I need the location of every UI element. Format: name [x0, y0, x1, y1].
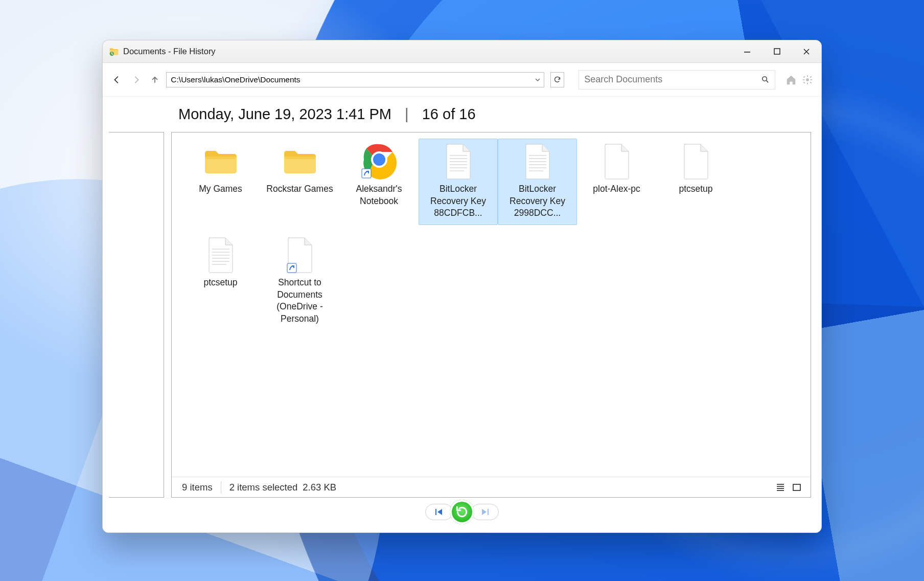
file-label: ptcsetup [203, 277, 237, 289]
shortcut-file-icon [278, 237, 322, 274]
blank-file-icon [594, 143, 639, 180]
version-timestamp: Monday, June 19, 2023 1:41 PM [178, 106, 391, 122]
svg-rect-16 [362, 169, 371, 178]
content-panel: My Games Rockstar Games Aleksandr's Note… [171, 132, 811, 498]
svg-rect-6 [807, 82, 808, 84]
minimize-button[interactable] [732, 40, 762, 63]
svg-rect-10 [810, 76, 812, 78]
separator: | [405, 106, 409, 122]
prev-pill [425, 504, 453, 520]
restore-button[interactable] [450, 500, 474, 524]
text-file-icon [198, 237, 243, 274]
address-dropdown[interactable] [532, 73, 544, 87]
svg-rect-8 [811, 79, 813, 80]
svg-point-4 [806, 78, 809, 81]
refresh-button[interactable] [550, 72, 564, 87]
svg-rect-9 [803, 76, 805, 78]
file-item[interactable]: My Games [181, 139, 260, 225]
text-file-icon [436, 143, 481, 180]
next-pill [471, 504, 499, 520]
forward-button[interactable] [129, 72, 144, 87]
folder-icon [278, 143, 322, 180]
chrome-shortcut-icon [357, 143, 402, 180]
playback-controls [103, 503, 821, 532]
blank-file-icon [674, 143, 719, 180]
file-item[interactable]: Aleksandr's Notebook [339, 139, 419, 225]
titlebar[interactable]: Documents - File History [103, 40, 821, 63]
svg-rect-2 [774, 49, 780, 54]
file-item[interactable]: BitLocker Recovery Key 2998DCC... [498, 139, 577, 225]
file-label: Shortcut to Documents (OneDrive - Person… [263, 277, 337, 325]
items-count: 9 items [182, 482, 213, 493]
view-toggles [774, 481, 803, 494]
toolbar [103, 63, 821, 97]
file-item[interactable]: ptcsetup [656, 139, 735, 225]
folder-icon [198, 143, 243, 180]
text-file-icon [515, 143, 560, 180]
version-index: 16 of 16 [422, 106, 476, 122]
gear-icon[interactable] [801, 73, 814, 86]
file-item[interactable]: Rockstar Games [260, 139, 339, 225]
file-label: Aleksandr's Notebook [342, 183, 416, 207]
file-label: plot-Alex-pc [593, 183, 640, 195]
search-input[interactable] [584, 74, 761, 85]
svg-rect-7 [803, 79, 805, 80]
up-button[interactable] [148, 72, 163, 87]
svg-rect-12 [810, 81, 812, 83]
file-item[interactable]: BitLocker Recovery Key 88CDFCB... [419, 139, 498, 225]
file-label: BitLocker Recovery Key 2998DCC... [500, 183, 574, 219]
file-label: My Games [199, 183, 242, 195]
items-view[interactable]: My Games Rockstar Games Aleksandr's Note… [172, 132, 811, 477]
back-button[interactable] [110, 72, 125, 87]
home-icon[interactable] [784, 73, 798, 86]
file-label: ptcsetup [679, 183, 712, 195]
maximize-button[interactable] [762, 40, 792, 63]
selection-size: 2.63 KB [303, 482, 336, 493]
window-controls [732, 40, 821, 63]
body: My Games Rockstar Games Aleksandr's Note… [103, 127, 821, 503]
previous-version-button[interactable] [426, 504, 452, 520]
file-history-app-icon [109, 47, 119, 57]
status-bar: 9 items 2 items selected 2.63 KB [172, 477, 811, 497]
svg-rect-5 [807, 75, 808, 77]
file-item[interactable]: plot-Alex-pc [577, 139, 656, 225]
svg-rect-1 [744, 52, 750, 53]
address-input[interactable] [167, 73, 532, 87]
file-label: BitLocker Recovery Key 88CDFCB... [421, 183, 495, 219]
svg-rect-41 [435, 509, 436, 515]
file-item[interactable]: Shortcut to Documents (OneDrive - Person… [260, 232, 339, 331]
svg-rect-40 [793, 484, 800, 490]
file-history-window: Documents - File History [102, 40, 822, 533]
file-label: Rockstar Games [266, 183, 333, 195]
next-version-button[interactable] [472, 504, 498, 520]
search-box[interactable] [579, 70, 775, 90]
search-icon[interactable] [761, 75, 770, 84]
file-item[interactable]: ptcsetup [181, 232, 260, 331]
svg-rect-42 [488, 509, 489, 515]
version-header: Monday, June 19, 2023 1:41 PM | 16 of 16 [103, 97, 821, 127]
address-bar[interactable] [166, 72, 544, 87]
left-panel [109, 132, 164, 498]
svg-rect-35 [287, 263, 296, 273]
svg-point-3 [763, 77, 767, 81]
close-button[interactable] [792, 40, 821, 63]
selection-count: 2 items selected [229, 482, 298, 493]
icons-view-button[interactable] [790, 481, 803, 494]
window-title: Documents - File History [123, 47, 216, 56]
svg-rect-11 [803, 81, 805, 83]
status-divider [221, 481, 221, 494]
toolbar-right-icons [784, 73, 814, 86]
details-view-button[interactable] [774, 481, 787, 494]
